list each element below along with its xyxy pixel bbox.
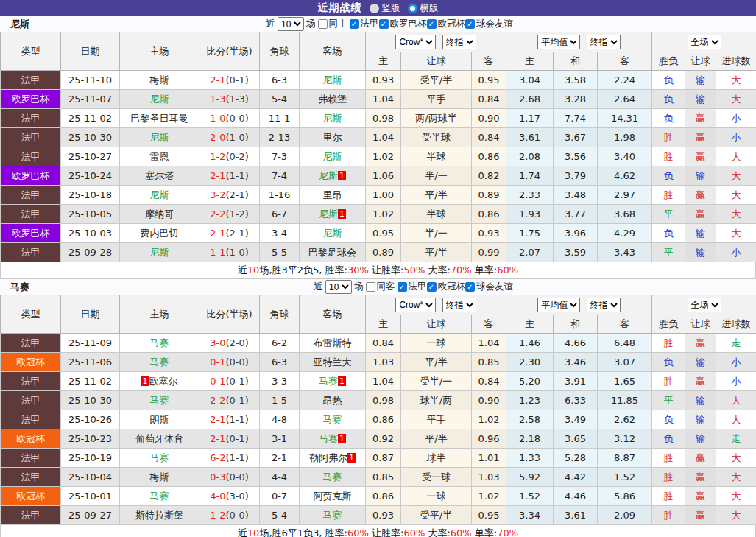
- handicap-index-select[interactable]: 终指: [442, 35, 476, 49]
- games-count-select[interactable]: 10: [278, 17, 304, 31]
- league-filter-checkbox[interactable]: ✓欧冠杯: [427, 18, 466, 30]
- summary-text: 场,胜6平1负3, 胜率:: [259, 527, 347, 537]
- same-venue-filter[interactable]: 同主: [318, 18, 347, 30]
- result-handicap: 赢: [685, 334, 716, 353]
- handicap-odds-group: Crow* 终指: [366, 32, 506, 52]
- result-handicap: 输: [685, 243, 716, 262]
- avg-odds-home: 1.93: [506, 205, 554, 224]
- corner-score: 3-3: [260, 372, 300, 391]
- match-date: 25-10-24: [61, 166, 120, 186]
- score: 6-2(1-1): [199, 449, 260, 468]
- col-header-corner: 角球: [260, 32, 300, 71]
- result-goals: 小: [716, 372, 756, 391]
- checkbox-checked-icon: ✓: [379, 19, 389, 29]
- handicap-odds-away: 0.85: [472, 353, 506, 372]
- sub-header-avg-home: 主: [506, 52, 554, 71]
- avg-select[interactable]: 平均值: [537, 35, 580, 49]
- league-filter-checkbox[interactable]: ✓法甲: [398, 281, 427, 293]
- match-row: 法甲25-09-28尼斯1-1(1-0)5-5巴黎足球会0.89平/半0.992…: [1, 243, 756, 262]
- result-wdl: 胜: [652, 334, 685, 353]
- away-team-name: 尼斯: [319, 208, 338, 220]
- sub-header-let-result: 让球: [685, 52, 716, 71]
- corner-score: 4-4: [260, 468, 300, 487]
- summary-text: 60%: [451, 527, 472, 537]
- team-name: 尼斯: [10, 18, 29, 31]
- score: 3-2(2-1): [199, 186, 260, 205]
- summary-text: 60%: [497, 264, 518, 275]
- result-goals: 大: [716, 487, 756, 506]
- europe-index-select[interactable]: 终指: [587, 35, 621, 49]
- handicap-odds-home: 0.89: [366, 243, 401, 262]
- away-team: 里尔: [300, 128, 366, 147]
- league-filter-checkbox[interactable]: ✓欧冠杯: [427, 281, 466, 293]
- result-wdl: 平: [652, 243, 685, 262]
- same-venue-filter[interactable]: 同客: [366, 281, 395, 293]
- result-goals: 走: [716, 334, 756, 353]
- league-filter-checkbox[interactable]: ✓球会友谊: [465, 281, 513, 293]
- bookmaker-select[interactable]: Crow*: [395, 35, 436, 49]
- avg-odds-away: 2.09: [598, 506, 652, 525]
- match-row: 欧冠杯25-11-06马赛0-1(0-0)6-3亚特兰大1.03平/半0.852…: [1, 353, 756, 372]
- match-date: 25-11-10: [61, 71, 120, 90]
- away-team-name: 亚特兰大: [314, 357, 352, 368]
- home-team: 马赛: [120, 391, 199, 410]
- halftime-score: (1-2): [225, 208, 248, 220]
- league-filter-checkbox[interactable]: ✓法甲: [350, 18, 379, 30]
- score: 1-2(0-2): [199, 147, 260, 166]
- layout-radio-vertical[interactable]: 竖版: [370, 2, 400, 15]
- handicap-odds-home: 1.02: [366, 147, 401, 166]
- handicap-line: 受一球: [401, 468, 472, 487]
- fulltime-score: 2-1: [210, 74, 225, 85]
- handicap-odds-away: 0.84: [472, 128, 506, 147]
- avg-odds-home: 2.58: [506, 410, 554, 429]
- scope-select[interactable]: 全场: [688, 298, 721, 312]
- away-team-name: 尼斯: [323, 151, 342, 162]
- scope-select[interactable]: 全场: [688, 35, 721, 49]
- europe-index-select[interactable]: 终指: [587, 298, 621, 312]
- handicap-odds-home: 0.86: [366, 487, 401, 506]
- avg-odds-home: 1.33: [506, 449, 554, 468]
- sub-header-avg-draw: 和: [554, 315, 598, 334]
- games-count-select[interactable]: 10: [325, 280, 352, 294]
- handicap-index-select[interactable]: 终指: [442, 298, 476, 312]
- fulltime-score: 1-3: [210, 94, 225, 105]
- handicap-odds-home: 1.06: [366, 166, 401, 186]
- layout-radio-horizontal[interactable]: 横版: [408, 2, 439, 15]
- result-goals: 小: [716, 243, 756, 262]
- avg-select[interactable]: 平均值: [537, 298, 580, 312]
- corner-score: 5-4: [260, 90, 300, 109]
- result-goals: 大: [716, 147, 756, 166]
- league-badge: 法甲: [1, 205, 61, 224]
- score: 2-1(2-1): [199, 224, 260, 243]
- league-badge: 欧罗巴杯: [1, 166, 61, 186]
- away-team: 马赛1: [300, 372, 366, 391]
- team-section-nice: 尼斯 近 10 场 同主 ✓法甲✓欧罗巴杯✓欧冠杯✓球会友谊 类型: [0, 16, 756, 279]
- score: 2-1(1-1): [199, 410, 260, 429]
- home-team-name: 欧塞尔: [149, 376, 178, 387]
- halftime-score: (0-0): [225, 357, 248, 368]
- halftime-score: (0-0): [225, 510, 248, 521]
- bookmaker-select[interactable]: Crow*: [395, 298, 436, 312]
- league-filter-checkbox[interactable]: ✓球会友谊: [465, 18, 513, 30]
- score: 2-1(0-1): [199, 71, 260, 90]
- avg-odds-away: 1.65: [598, 372, 652, 391]
- match-date: 25-10-03: [61, 224, 120, 243]
- result-handicap: 输: [685, 71, 716, 90]
- result-wdl: 胜: [652, 147, 685, 166]
- avg-odds-home: 1.52: [506, 487, 554, 506]
- score: 0-1(0-1): [199, 372, 260, 391]
- result-goals: 大: [716, 71, 756, 90]
- match-row: 法甲25-10-26朗斯2-1(1-1)4-8马赛0.86平手1.022.583…: [1, 410, 756, 429]
- handicap-odds-home: 1.04: [366, 128, 401, 147]
- result-wdl: 胜: [652, 506, 685, 525]
- match-date: 25-10-19: [61, 449, 120, 468]
- avg-odds-home: 5.20: [506, 372, 554, 391]
- corner-score: 1-5: [260, 391, 300, 410]
- home-team-name: 尼斯: [150, 132, 169, 143]
- avg-odds-home: 1.74: [506, 166, 554, 186]
- score: 3-0(2-0): [199, 334, 260, 353]
- corner-score: 6-7: [260, 205, 300, 224]
- handicap-odds-home: 1.03: [366, 353, 401, 372]
- avg-odds-away: 3.12: [598, 429, 652, 449]
- league-filter-checkbox[interactable]: ✓欧罗巴杯: [379, 18, 427, 30]
